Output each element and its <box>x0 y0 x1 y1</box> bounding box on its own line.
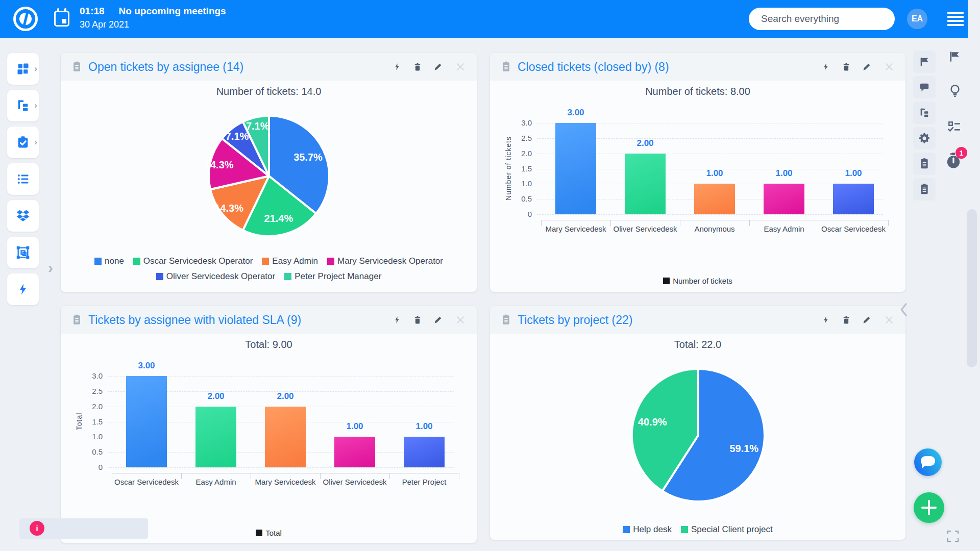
sidebar-item-structure[interactable] <box>913 102 936 124</box>
meetings-status[interactable]: No upcoming meetings <box>119 6 226 16</box>
bar-value-label: 1.00 <box>389 421 459 432</box>
bar[interactable] <box>555 123 596 214</box>
x-axis <box>541 220 888 220</box>
widget-violated-sla: Tickets by assignee with violated SLA (9… <box>61 306 477 543</box>
calendar-icon[interactable] <box>54 11 69 27</box>
legend-label: Special Client project <box>691 524 773 535</box>
tree-icon <box>16 98 30 113</box>
legend-item[interactable]: Oscar Servicedesk Operator <box>133 256 253 266</box>
legend-swatch <box>133 258 140 265</box>
chevron-right-icon: › <box>34 64 37 74</box>
sidebar-item-flags[interactable] <box>913 51 936 73</box>
chat-button[interactable] <box>914 448 942 476</box>
sidebar-expand-icon[interactable]: › <box>48 259 53 277</box>
bar[interactable] <box>404 437 445 467</box>
legend-swatch <box>284 273 291 280</box>
chart-legend: Help deskSpecial Client project <box>570 524 825 535</box>
tree-icon <box>919 107 930 118</box>
bar[interactable] <box>833 184 874 214</box>
sidebar-item-reports[interactable] <box>913 153 936 175</box>
sidebar-item-list[interactable] <box>7 163 39 195</box>
sidebar-item-settings[interactable] <box>913 127 936 149</box>
sidebar-item-templates[interactable] <box>7 237 39 268</box>
widget-open-tickets: Open tickets by assignee (14) Number of … <box>61 53 477 292</box>
legend-item[interactable]: Mary Servicedesk Operator <box>327 256 443 266</box>
x-category-label: Peter Project <box>389 478 459 486</box>
x-category-label: Mary Servicedesk <box>541 224 610 233</box>
legend-item[interactable]: Total <box>256 529 282 537</box>
checklist-icon[interactable] <box>947 120 961 136</box>
legend-label: Help desk <box>633 524 672 535</box>
bar[interactable] <box>195 407 236 467</box>
bar-value-label: 3.00 <box>112 361 181 371</box>
chart-legend: Number of tickets <box>596 277 800 285</box>
legend-swatch <box>663 278 670 284</box>
legend-item[interactable]: Help desk <box>623 524 672 535</box>
widget-tickets-by-project: Tickets by project (22) Total: 22.0 59.1… <box>490 306 905 540</box>
flag-icon <box>919 56 930 67</box>
chat-bubble-icon <box>921 456 935 466</box>
legend-label: Total <box>265 529 282 537</box>
sidebar-item-notes[interactable] <box>913 178 936 201</box>
legend-label: Easy Admin <box>272 256 318 266</box>
chevron-right-icon: › <box>34 101 37 111</box>
y-tick-label: 0 <box>79 463 103 471</box>
bar[interactable] <box>764 184 804 214</box>
legend-label: none <box>105 256 124 266</box>
lightbulb-icon[interactable] <box>948 84 962 101</box>
fullscreen-icon[interactable] <box>947 531 959 542</box>
sidebar-item-quick-actions[interactable] <box>7 273 39 305</box>
bar[interactable] <box>694 184 735 214</box>
legend-item[interactable]: Number of tickets <box>663 277 732 285</box>
frame-icon <box>16 245 30 260</box>
legend-item[interactable]: Peter Project Manager <box>284 271 381 282</box>
bar[interactable] <box>625 154 666 214</box>
legend-swatch <box>327 258 334 265</box>
x-category-label: Easy Admin <box>749 224 819 233</box>
chevron-right-icon: › <box>34 137 37 147</box>
gear-icon <box>918 132 930 144</box>
legend-swatch <box>94 258 102 265</box>
pie-slice-label: 14.3% <box>205 159 234 170</box>
bar-value-label: 2.00 <box>251 391 320 402</box>
search-input[interactable] <box>749 8 895 30</box>
sidebar-item-tasks[interactable]: › <box>7 127 39 158</box>
pie-slice-label: 59.1% <box>729 443 758 454</box>
pie-slice-label: 40.9% <box>638 416 667 428</box>
flag-icon[interactable] <box>948 50 961 65</box>
lightning-icon <box>16 283 30 296</box>
bar-value-label: 3.00 <box>541 108 610 118</box>
add-button[interactable] <box>914 492 944 523</box>
x-axis <box>112 473 459 473</box>
bar[interactable] <box>126 376 167 467</box>
sidebar-item-dashboard[interactable]: › <box>7 53 39 85</box>
chart-legend: noneOscar Servicedesk OperatorEasy Admin… <box>90 256 448 282</box>
topbar-status: 01:18No upcoming meetings 30 Apr 2021 <box>80 6 226 30</box>
bar[interactable] <box>334 437 375 467</box>
panel-collapse-icon[interactable] <box>898 302 909 319</box>
sidebar-item-dropbox[interactable] <box>7 200 39 232</box>
info-icon[interactable]: i <box>30 521 44 536</box>
legend-item[interactable]: Special Client project <box>681 524 773 535</box>
hamburger-menu-icon[interactable] <box>947 12 964 28</box>
pie-slice-label: 21.4% <box>264 213 293 224</box>
y-tick-label: 3.0 <box>79 371 103 380</box>
avatar[interactable]: EA <box>907 9 927 29</box>
y-tick-label: 3.0 <box>508 118 532 127</box>
legend-item[interactable]: Oliver Servicedesk Operator <box>156 271 276 282</box>
sidebar-item-project-tree[interactable]: › <box>7 90 39 121</box>
gridline <box>537 214 883 215</box>
x-category-label: Oliver Servicedesk <box>320 478 389 486</box>
sidebar-item-chat[interactable] <box>913 76 936 98</box>
legend-item[interactable]: none <box>94 256 124 266</box>
scrollbar-thumb[interactable] <box>967 209 977 367</box>
gridline <box>108 467 454 468</box>
bar[interactable] <box>265 407 306 467</box>
clock-time: 01:18 <box>80 6 105 16</box>
x-category-label: Oscar Servicedesk <box>112 478 181 486</box>
legend-item[interactable]: Easy Admin <box>262 256 318 266</box>
app-logo[interactable] <box>13 7 38 31</box>
bar-value-label: 2.00 <box>181 391 251 402</box>
notification-badge[interactable]: 1 <box>955 147 967 159</box>
chart-legend: Total <box>192 529 346 537</box>
